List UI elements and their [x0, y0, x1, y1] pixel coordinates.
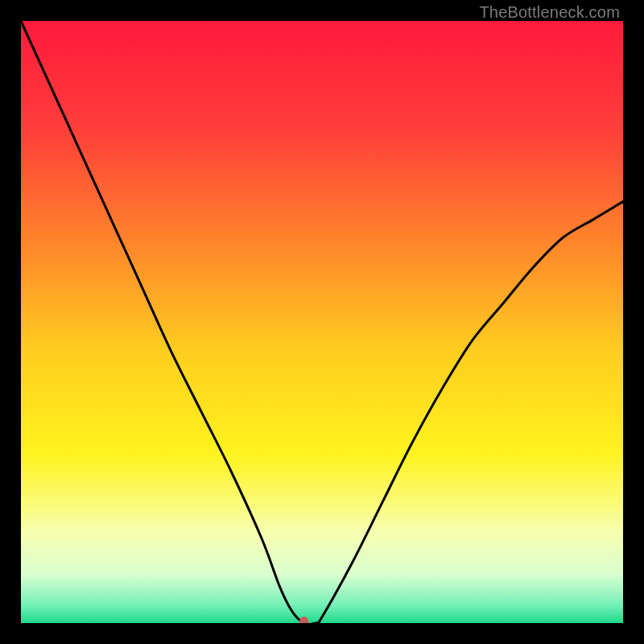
gradient-background	[21, 21, 623, 623]
chart-frame	[21, 21, 623, 623]
chart-svg	[21, 21, 623, 623]
watermark-text: TheBottleneck.com	[479, 3, 620, 22]
